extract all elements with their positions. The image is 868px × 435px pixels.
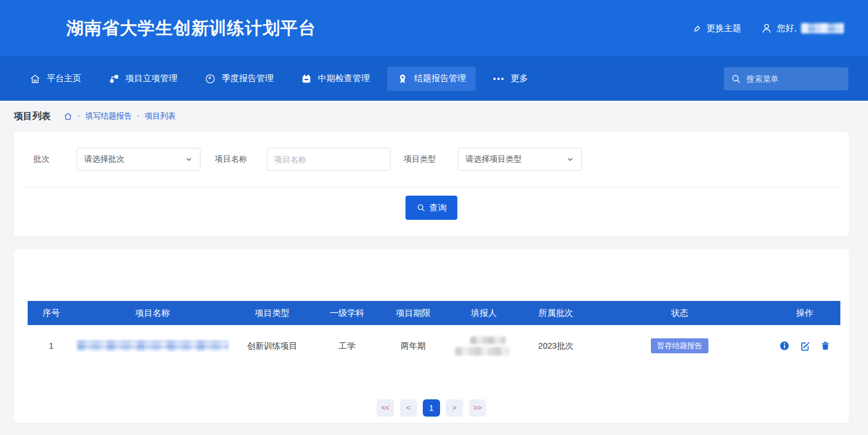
project-name-input[interactable] <box>274 155 383 164</box>
col-header-project-type: 项目类型 <box>230 308 314 319</box>
project-name-redacted <box>77 341 228 351</box>
row-project-name <box>75 341 230 351</box>
status-badge: 暂存结题报告 <box>651 338 708 353</box>
col-header-project-name: 项目名称 <box>75 308 230 319</box>
reporter-redacted <box>455 347 509 356</box>
breadcrumb-link-fill-report[interactable]: 填写结题报告 <box>85 111 132 121</box>
chevron-down-icon <box>566 155 574 163</box>
theme-switcher[interactable]: 更换主题 <box>691 23 741 34</box>
medal-icon <box>397 73 408 85</box>
row-actions <box>769 341 840 352</box>
chevron-down-icon <box>185 155 193 163</box>
nav-label: 结题报告管理 <box>414 73 466 84</box>
batch-select[interactable]: 请选择批次 <box>77 148 200 171</box>
filter-panel: 批次 请选择批次 项目名称 项目类型 请选择项目类型 <box>14 132 849 236</box>
nav-item-more[interactable]: ••• 更多 <box>483 67 538 90</box>
project-name-label: 项目名称 <box>215 154 267 165</box>
menu-search-input[interactable] <box>746 74 851 83</box>
pagination-next-button[interactable]: > <box>446 399 463 417</box>
nav-label: 项目立项管理 <box>126 73 177 84</box>
batch-label: 批次 <box>33 154 77 165</box>
theme-brush-icon <box>691 23 702 34</box>
nav-label: 更多 <box>511 73 528 84</box>
project-type-label: 项目类型 <box>404 154 458 165</box>
trash-icon[interactable] <box>820 341 831 351</box>
nav-item-platform-home[interactable]: 平台主页 <box>20 67 91 91</box>
col-header-index: 序号 <box>28 308 75 319</box>
user-icon <box>761 22 772 34</box>
project-name-field <box>267 148 391 171</box>
nav-label: 季度报告管理 <box>222 73 274 84</box>
query-button-label: 查询 <box>430 203 447 213</box>
breadcrumb-separator <box>78 115 80 117</box>
menu-search-box[interactable] <box>724 67 848 90</box>
row-project-type: 创新训练项目 <box>230 341 314 352</box>
pagination-page-1-button[interactable]: 1 <box>423 399 440 417</box>
row-status: 暂存结题报告 <box>590 338 769 353</box>
nav-item-midterm-check[interactable]: 中期检查管理 <box>291 67 380 91</box>
nav-item-project-approval[interactable]: 项目立项管理 <box>98 67 187 91</box>
batch-select-value: 请选择批次 <box>84 154 124 165</box>
filter-divider <box>23 187 840 188</box>
theme-switcher-label: 更换主题 <box>707 23 741 34</box>
table-row: 1 创新训练项目 工学 两年期 2023批次 暂存结题报告 <box>28 325 840 367</box>
col-header-duration: 项目期限 <box>380 308 446 319</box>
row-index: 1 <box>28 341 75 350</box>
nav-label: 中期检查管理 <box>318 73 370 84</box>
nav-item-final-report[interactable]: 结题报告管理 <box>387 67 476 91</box>
user-name-redacted <box>801 23 844 33</box>
home-icon <box>29 73 41 85</box>
nav-item-quarterly-report[interactable]: 季度报告管理 <box>195 67 283 91</box>
edit-icon[interactable] <box>799 341 810 352</box>
breadcrumb: 项目列表 填写结题报告 项目列表 <box>0 101 868 132</box>
breadcrumb-separator <box>137 115 139 117</box>
row-duration: 两年期 <box>380 341 446 352</box>
pagination-last-button[interactable]: >> <box>469 399 486 417</box>
app-title: 湖南省大学生创新训练计划平台 <box>66 17 316 40</box>
nav-label: 平台主页 <box>47 73 81 84</box>
row-batch: 2023批次 <box>521 341 590 352</box>
ellipsis-icon: ••• <box>493 75 505 83</box>
col-header-batch: 所属批次 <box>521 308 590 319</box>
col-header-status: 状态 <box>590 308 769 319</box>
breadcrumb-home-icon[interactable] <box>63 112 73 121</box>
row-discipline: 工学 <box>314 341 380 352</box>
reporter-redacted <box>470 337 506 344</box>
user-menu[interactable]: 您好, <box>761 22 844 34</box>
sitemap-icon <box>108 73 120 85</box>
pagination: << < 1 > >> <box>14 399 849 417</box>
row-reporter <box>446 337 521 356</box>
main-nav: 平台主页 项目立项管理 季度报告管理 <box>0 56 868 101</box>
project-table-panel: 序号 项目名称 项目类型 一级学科 项目期限 填报人 所属批次 状态 操作 1 … <box>14 249 849 423</box>
pagination-first-button[interactable]: << <box>377 399 394 417</box>
search-icon <box>731 74 741 84</box>
col-header-actions: 操作 <box>769 308 840 319</box>
user-greeting: 您好, <box>777 23 797 34</box>
breadcrumb-link-project-list[interactable]: 项目列表 <box>145 111 176 121</box>
info-icon[interactable] <box>779 341 790 351</box>
query-button[interactable]: 查询 <box>405 196 457 220</box>
pagination-prev-button[interactable]: < <box>400 399 417 417</box>
search-icon <box>416 203 426 212</box>
table-header-row: 序号 项目名称 项目类型 一级学科 项目期限 填报人 所属批次 状态 操作 <box>28 301 840 325</box>
col-header-reporter: 填报人 <box>446 308 521 319</box>
project-type-select[interactable]: 请选择项目类型 <box>458 148 582 171</box>
calendar-icon <box>301 73 312 85</box>
page-title: 项目列表 <box>14 110 51 123</box>
project-type-select-value: 请选择项目类型 <box>465 154 522 165</box>
app-header: 湖南省大学生创新训练计划平台 更换主题 您好, <box>0 0 868 56</box>
col-header-discipline: 一级学科 <box>314 308 380 319</box>
clock-icon <box>204 73 216 85</box>
